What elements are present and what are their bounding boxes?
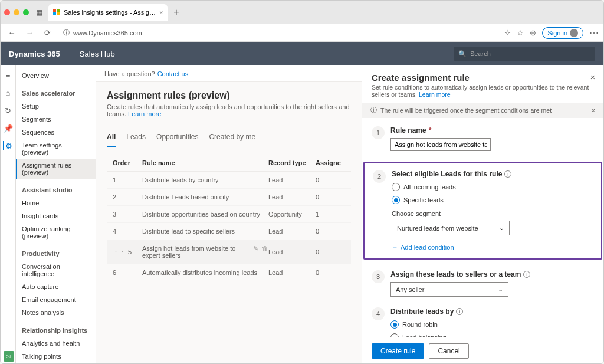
contact-link[interactable]: Contact us bbox=[157, 70, 189, 77]
tab-leads[interactable]: Leads bbox=[126, 128, 146, 147]
favicon bbox=[53, 9, 60, 16]
browser-toolbar: ← → ⟳ ⓘ www.Dynamics365.com ✧ ☆ ⊕ Sign i… bbox=[1, 24, 603, 42]
sign-in-button[interactable]: Sign in bbox=[542, 27, 583, 39]
area-switcher[interactable]: SI bbox=[4, 351, 14, 362]
refresh-button[interactable]: ⟳ bbox=[41, 27, 54, 40]
svg-rect-3 bbox=[57, 12, 60, 15]
icon-rail: ≡ ⌂ ↻ 📌 ⚙ bbox=[1, 65, 16, 364]
create-rule-button[interactable]: Create rule bbox=[372, 343, 424, 359]
info-icon: ⓘ bbox=[370, 106, 377, 114]
assign-select[interactable]: Any seller⌄ bbox=[390, 282, 508, 297]
info-icon[interactable]: i bbox=[504, 170, 511, 178]
panel-learn-more[interactable]: Learn more bbox=[419, 91, 451, 98]
nav-overview[interactable]: Overview bbox=[16, 69, 96, 82]
nav-productivity: Productivity bbox=[16, 247, 96, 260]
forward-button[interactable]: → bbox=[23, 27, 36, 40]
drag-icon[interactable]: ⋮⋮ bbox=[113, 248, 126, 256]
home-icon[interactable]: ⌂ bbox=[4, 88, 13, 97]
close-tab-icon[interactable]: × bbox=[159, 9, 163, 16]
rule-name-input[interactable] bbox=[390, 138, 491, 151]
close-window[interactable] bbox=[4, 9, 10, 15]
svg-rect-2 bbox=[53, 12, 56, 15]
close-panel-icon[interactable]: × bbox=[590, 73, 595, 82]
site-info-icon[interactable]: ⓘ bbox=[63, 28, 70, 37]
search-icon: 🔍 bbox=[458, 50, 467, 58]
nav-team-settings-preview-[interactable]: Team settings (preview) bbox=[16, 139, 96, 159]
address-bar[interactable]: ⓘ www.Dynamics365.com bbox=[58, 28, 500, 37]
table-row[interactable]: 6Automatically distributes incoming lead… bbox=[107, 264, 351, 281]
collections-icon[interactable]: ⊕ bbox=[530, 28, 536, 37]
nav-auto-capture[interactable]: Auto capture bbox=[16, 280, 96, 293]
recent-icon[interactable]: ↻ bbox=[4, 106, 13, 115]
tab-all[interactable]: All bbox=[107, 128, 116, 147]
svg-rect-1 bbox=[57, 9, 60, 12]
delete-icon[interactable]: 🗑 bbox=[262, 245, 268, 259]
info-icon[interactable]: i bbox=[456, 308, 463, 315]
menu-icon[interactable]: ≡ bbox=[4, 70, 13, 80]
help-bar: Have a question? Contact us bbox=[96, 65, 362, 82]
nav-notes-analysis[interactable]: Notes analysis bbox=[16, 306, 96, 319]
edit-icon[interactable]: ✎ bbox=[253, 245, 258, 259]
info-icon[interactable]: i bbox=[523, 271, 530, 278]
more-icon[interactable]: ⋯ bbox=[589, 27, 599, 38]
tab-created-by-me[interactable]: Created by me bbox=[209, 128, 255, 147]
nav-assistant-studio: Assistant studio bbox=[16, 183, 96, 196]
nav-setup[interactable]: Setup bbox=[16, 100, 96, 113]
nav-relationship-insights: Relationship insights bbox=[16, 324, 96, 337]
back-button[interactable]: ← bbox=[5, 27, 18, 40]
app-header: Dynamics 365 Sales Hub 🔍 Search bbox=[1, 42, 603, 65]
side-nav: OverviewSales acceleratorSetupSegmentsSe… bbox=[16, 65, 96, 364]
favorite-icon[interactable]: ☆ bbox=[517, 28, 524, 37]
nav-conversation-intelligence[interactable]: Conversation intelligence bbox=[16, 260, 96, 280]
add-condition-link[interactable]: ＋Add lead condition bbox=[392, 242, 593, 251]
segment-select[interactable]: Nurtured leads from website⌄ bbox=[392, 221, 510, 235]
browser-tab-strip: ▦ Sales insights settings - Assig… × + bbox=[1, 1, 603, 24]
dismiss-info-icon[interactable]: × bbox=[592, 107, 595, 114]
tabs: AllLeadsOpportunitiesCreated by me bbox=[107, 128, 351, 147]
minimize-window[interactable] bbox=[14, 9, 19, 15]
product-brand[interactable]: Dynamics 365 bbox=[9, 50, 60, 58]
settings-icon[interactable]: ⚙ bbox=[3, 141, 12, 150]
table-row[interactable]: 2Distribute Leads based on cityLead0 bbox=[107, 189, 351, 206]
table-row[interactable]: 3Distribute opportunities based on count… bbox=[107, 206, 351, 223]
tab-opportunities[interactable]: Opportunities bbox=[156, 128, 198, 147]
svg-rect-0 bbox=[53, 9, 56, 12]
table-row[interactable]: ⋮⋮5Assign hot leads from website to expe… bbox=[107, 240, 351, 264]
new-tab-button[interactable]: + bbox=[170, 7, 182, 18]
plus-icon: ＋ bbox=[392, 242, 398, 251]
main-content: Have a question? Contact us Assignment r… bbox=[96, 65, 362, 364]
panel-subtitle: Set rule conditions to automatically ass… bbox=[372, 84, 594, 98]
tracking-icon[interactable]: ✧ bbox=[504, 28, 511, 37]
nav-segments[interactable]: Segments bbox=[16, 113, 96, 126]
global-search[interactable]: 🔍 Search bbox=[454, 47, 595, 61]
nav-sequences[interactable]: Sequences bbox=[16, 126, 96, 139]
info-bar: ⓘ The rule will be triggered once the se… bbox=[362, 103, 603, 118]
table-row[interactable]: 4Distribute lead to specific sellersLead… bbox=[107, 223, 351, 240]
radio-all-leads[interactable]: All incoming leads bbox=[392, 183, 593, 191]
radio-specific-leads[interactable]: Specific leads bbox=[392, 196, 593, 204]
browser-tab[interactable]: Sales insights settings - Assig… × bbox=[48, 4, 168, 21]
pin-icon[interactable]: 📌 bbox=[4, 123, 13, 133]
url-text: www.Dynamics365.com bbox=[73, 29, 142, 37]
maximize-window[interactable] bbox=[23, 9, 29, 15]
nav-home[interactable]: Home bbox=[16, 196, 96, 209]
divider bbox=[71, 48, 71, 59]
radio-round-robin[interactable]: Round robin bbox=[390, 320, 594, 329]
step-rule-name: 1 Rule name * bbox=[372, 126, 594, 151]
nav-talking-points[interactable]: Talking points bbox=[16, 350, 96, 363]
learn-more-link[interactable]: Learn more bbox=[128, 110, 161, 117]
nav-optimize-ranking-preview-[interactable]: Optimize ranking (preview) bbox=[16, 222, 96, 242]
nav-analytics-and-health[interactable]: Analytics and health bbox=[16, 337, 96, 350]
nav-email-engagement[interactable]: Email engagement bbox=[16, 293, 96, 306]
app-switcher-icon[interactable]: ▦ bbox=[36, 8, 42, 17]
cancel-button[interactable]: Cancel bbox=[429, 343, 468, 359]
nav-assignment-rules-preview-[interactable]: Assignment rules (preview) bbox=[16, 159, 96, 179]
window-controls bbox=[4, 9, 29, 15]
page-subtitle: Create rules that automatically assign l… bbox=[107, 103, 351, 117]
chevron-down-icon: ⌄ bbox=[498, 286, 503, 293]
step-distribute: 4 Distribute leads by i Round robin Load… bbox=[372, 307, 594, 337]
table-row[interactable]: 1Distribute leads by countryLead0 bbox=[107, 172, 351, 189]
nav-insight-cards[interactable]: Insight cards bbox=[16, 209, 96, 222]
page-title: Assignment rules (preview) bbox=[107, 90, 351, 101]
app-name[interactable]: Sales Hub bbox=[80, 50, 115, 58]
